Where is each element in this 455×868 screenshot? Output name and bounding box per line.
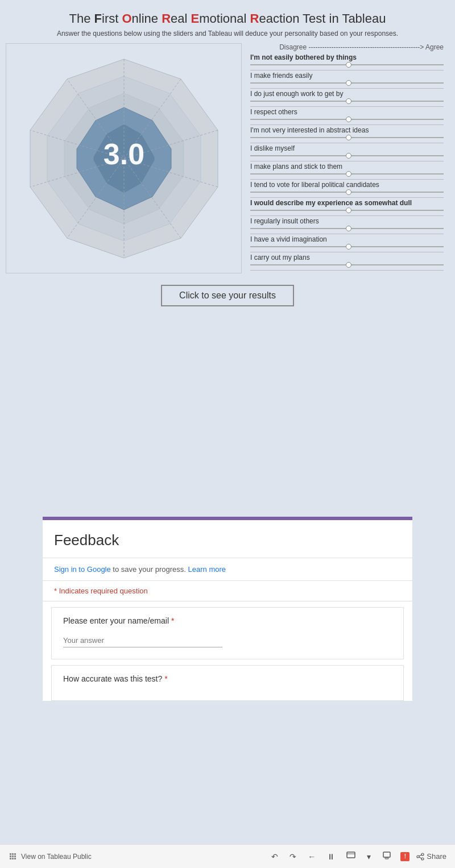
share-label: Share bbox=[427, 852, 446, 861]
slider-track[interactable] bbox=[250, 264, 444, 265]
answer-input[interactable] bbox=[63, 634, 222, 647]
toolbar-left: View on Tableau Public bbox=[9, 852, 260, 861]
slider-row[interactable] bbox=[250, 189, 444, 195]
question-label: I regularly insult others bbox=[250, 217, 444, 225]
notification-badge: ! bbox=[400, 852, 410, 861]
feedback-question-2: How accurate was this test? * bbox=[51, 665, 404, 701]
slider-thumb[interactable] bbox=[346, 117, 351, 122]
scale-label: Disagree -------------------------------… bbox=[250, 43, 444, 53]
slider-row[interactable] bbox=[250, 226, 444, 231]
page-subtitle: Answer the questions below using the sli… bbox=[23, 30, 432, 38]
svg-line-26 bbox=[419, 855, 421, 856]
question-label: I'm not easily bothered by things bbox=[250, 53, 444, 61]
slider-thumb[interactable] bbox=[346, 62, 351, 68]
question-item: I have a vivid imagination bbox=[250, 235, 444, 252]
question-label: I make friends easily bbox=[250, 72, 444, 80]
question-label: I would describe my experience as somewh… bbox=[250, 199, 444, 207]
share-button[interactable]: Share bbox=[416, 852, 446, 861]
slider-track[interactable] bbox=[250, 82, 444, 84]
slider-row[interactable] bbox=[250, 171, 444, 177]
question-label: I have a vivid imagination bbox=[250, 235, 444, 243]
slider-track[interactable] bbox=[250, 246, 444, 247]
slider-thumb[interactable] bbox=[346, 226, 351, 231]
svg-rect-18 bbox=[14, 858, 16, 859]
slider-divider bbox=[250, 106, 444, 107]
slider-divider bbox=[250, 252, 444, 252]
slider-divider bbox=[250, 124, 444, 125]
svg-rect-11 bbox=[12, 853, 14, 855]
slider-thumb[interactable] bbox=[346, 98, 351, 104]
feedback-section: Feedback Sign in to Google to save your … bbox=[43, 517, 412, 701]
feedback-question-1: Please enter your name/email * bbox=[51, 607, 404, 659]
slider-track[interactable] bbox=[250, 228, 444, 229]
radar-svg: 3.0 bbox=[13, 48, 235, 269]
slider-track[interactable] bbox=[250, 210, 444, 211]
window-dropdown-icon[interactable]: ▾ bbox=[365, 851, 373, 862]
question-label: I make plans and stick to them bbox=[250, 163, 444, 171]
learn-more-link[interactable]: Learn more bbox=[188, 565, 226, 574]
pause-icon[interactable]: ⏸ bbox=[325, 851, 337, 862]
slider-row[interactable] bbox=[250, 207, 444, 213]
slider-thumb[interactable] bbox=[346, 244, 351, 250]
slider-row[interactable] bbox=[250, 98, 444, 104]
slider-thumb[interactable] bbox=[346, 135, 351, 140]
question-label: I dislike myself bbox=[250, 144, 444, 152]
question-item: I respect others bbox=[250, 108, 444, 125]
slider-track[interactable] bbox=[250, 137, 444, 138]
slider-track[interactable] bbox=[250, 173, 444, 175]
page-header: The First Online Real Emotional Reaction… bbox=[0, 0, 455, 43]
svg-rect-19 bbox=[347, 852, 355, 858]
window-icon[interactable] bbox=[344, 850, 358, 862]
question-item: I carry out my plans bbox=[250, 254, 444, 271]
empty-space bbox=[0, 318, 455, 517]
svg-point-23 bbox=[421, 853, 424, 855]
question-label: I respect others bbox=[250, 108, 444, 116]
question2-label: How accurate was this test? * bbox=[63, 674, 392, 683]
svg-rect-10 bbox=[10, 853, 11, 855]
question-item: I make plans and stick to them bbox=[250, 163, 444, 180]
signin-link[interactable]: Sign in to Google bbox=[54, 565, 111, 574]
slider-thumb[interactable] bbox=[346, 153, 351, 159]
feedback-title: Feedback bbox=[54, 531, 401, 549]
bottom-toolbar: View on Tableau Public ↶ ↷ ← ⏸ ▾ ! bbox=[0, 844, 455, 868]
svg-line-27 bbox=[419, 857, 421, 858]
slider-thumb[interactable] bbox=[346, 80, 351, 86]
slider-divider bbox=[250, 70, 444, 70]
slider-row[interactable] bbox=[250, 244, 444, 250]
slider-thumb[interactable] bbox=[346, 189, 351, 195]
svg-rect-21 bbox=[383, 852, 390, 857]
svg-rect-17 bbox=[12, 858, 14, 859]
slider-row[interactable] bbox=[250, 153, 444, 159]
page-bottom bbox=[0, 707, 455, 735]
share-icon bbox=[416, 853, 424, 861]
slider-divider bbox=[250, 197, 444, 198]
slider-row[interactable] bbox=[250, 262, 444, 268]
questions-container: I'm not easily bothered by thingsI make … bbox=[250, 53, 444, 271]
results-button-container: Click to see your results bbox=[0, 285, 455, 306]
slider-track[interactable] bbox=[250, 155, 444, 156]
tableau-icon bbox=[9, 852, 18, 861]
slider-divider bbox=[250, 161, 444, 161]
question-item: I tend to vote for liberal political can… bbox=[250, 181, 444, 198]
slider-thumb[interactable] bbox=[346, 262, 351, 268]
back-icon[interactable]: ← bbox=[305, 851, 318, 862]
feedback-header: Feedback bbox=[43, 520, 412, 558]
toolbar-view-label[interactable]: View on Tableau Public bbox=[21, 853, 92, 861]
undo-icon[interactable]: ↶ bbox=[269, 851, 280, 862]
slider-thumb[interactable] bbox=[346, 171, 351, 177]
device-icon[interactable] bbox=[380, 850, 394, 863]
slider-track[interactable] bbox=[250, 119, 444, 120]
redo-icon[interactable]: ↷ bbox=[287, 851, 299, 862]
slider-track[interactable] bbox=[250, 64, 444, 65]
slider-track[interactable] bbox=[250, 101, 444, 102]
radar-chart-panel: 3.0 bbox=[6, 43, 242, 273]
slider-track[interactable] bbox=[250, 192, 444, 193]
slider-row[interactable] bbox=[250, 62, 444, 68]
slider-row[interactable] bbox=[250, 117, 444, 122]
results-button[interactable]: Click to see your results bbox=[161, 285, 294, 306]
slider-row[interactable] bbox=[250, 80, 444, 86]
slider-thumb[interactable] bbox=[346, 207, 351, 213]
slider-divider bbox=[250, 179, 444, 180]
slider-row[interactable] bbox=[250, 135, 444, 140]
svg-rect-22 bbox=[385, 858, 388, 859]
